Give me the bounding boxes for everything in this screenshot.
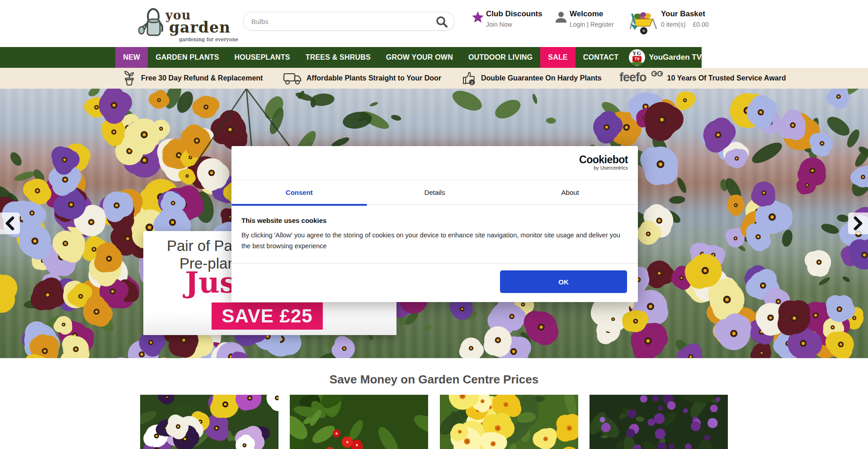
thumbs-up-2-icon: 2 <box>461 71 476 86</box>
welcome-title: Welcome <box>570 9 618 19</box>
benefit-refund-text: Free 30 Day Refund & Replacement <box>141 74 263 82</box>
feefo-eyes-icon <box>651 71 663 76</box>
cookie-heading: This website uses cookies <box>241 217 627 224</box>
nav-spacer <box>0 47 115 68</box>
nav-item-trees-shrubs[interactable]: TREES & SHRUBS <box>298 47 378 68</box>
main-navigation: NEW GARDEN PLANTS HOUSEPLANTS TREES & SH… <box>0 47 702 68</box>
cookie-dialog-header: Cookiebot by Usercentrics <box>231 146 638 180</box>
benefit-feefo: feefo 10 Years Of Trusted Service Award <box>619 68 786 89</box>
product-image-daffodils[interactable] <box>440 395 578 449</box>
benefit-refund: Free 30 Day Refund & Replacement <box>122 68 263 89</box>
promo-save-badge: SAVE £25 <box>212 302 323 330</box>
cookie-description: By clicking 'Allow' you agree to the sto… <box>241 230 628 251</box>
yougarden-tv-label: YouGarden TV <box>649 53 702 62</box>
tv-badge-grass <box>630 62 644 65</box>
benefit-delivery: Affordable Plants Straight to Your Door <box>283 68 441 89</box>
search-bar <box>243 12 455 31</box>
basket-link[interactable]: Your Basket 0 item(s) £0.00 <box>628 9 714 34</box>
cookie-dialog-body: This website uses cookies By clicking 'A… <box>231 205 638 251</box>
basket-count: 0 item(s) <box>661 20 685 29</box>
cookiebot-byline: by Usercentrics <box>579 165 628 171</box>
nav-item-yougarden-tv[interactable]: YG TV YouGarden TV <box>629 47 702 68</box>
ok-button[interactable]: OK <box>500 270 627 293</box>
logo-tagline: gardening for everyone <box>179 37 238 43</box>
yougarden-tv-icon: YG TV <box>629 49 645 66</box>
account-link[interactable]: Welcome Login | Register <box>555 9 618 34</box>
nav-item-grow-your-own[interactable]: GROW YOUR OWN <box>378 47 461 68</box>
cookie-dialog-tabs: Consent Details About <box>231 180 638 205</box>
search-icon[interactable] <box>435 15 448 28</box>
wheelbarrow-icon <box>628 11 658 35</box>
cookiebot-name: Cookiebot <box>579 154 628 165</box>
cookie-consent-dialog: Cookiebot by Usercentrics Consent Detail… <box>231 146 638 302</box>
nav-item-new[interactable]: NEW <box>115 47 148 68</box>
benefit-guarantee-text: Double Guarantee On Hardy Plants <box>481 74 602 82</box>
cookie-dialog-footer: OK <box>231 263 638 302</box>
carousel-next-button[interactable] <box>848 213 868 234</box>
login-register-link[interactable]: Login | Register <box>570 20 618 29</box>
site-logo[interactable]: you garden gardening for everyone <box>138 4 238 44</box>
logo-text-garden: garden <box>169 19 231 36</box>
basket-title: Your Basket <box>661 9 714 19</box>
tv-badge-tv: TV <box>632 56 642 62</box>
benefits-bar: Free 30 Day Refund & Replacement Afforda… <box>0 68 868 89</box>
promo-price-text: Jus <box>185 265 236 299</box>
benefit-guarantee: 2 Double Guarantee On Hardy Plants <box>461 68 602 89</box>
club-discounts-link[interactable]: Club Discounts Join Now <box>472 9 544 34</box>
nav-item-garden-plants[interactable]: GARDEN PLANTS <box>148 47 226 68</box>
tab-details[interactable]: Details <box>367 180 503 204</box>
carousel-prev-button[interactable] <box>0 213 20 234</box>
product-image-salvia[interactable] <box>590 395 728 449</box>
site-header: you garden gardening for everyone Club D… <box>0 0 868 47</box>
plant-pot-icon <box>122 71 137 86</box>
tab-consent[interactable]: Consent <box>231 180 367 204</box>
nav-item-houseplants[interactable]: HOUSEPLANTS <box>227 47 298 68</box>
search-input[interactable] <box>251 12 432 30</box>
promo-title-line1: Pair of Pan <box>167 237 241 255</box>
feefo-logo: feefo <box>619 71 646 85</box>
chevron-left-icon <box>3 216 17 231</box>
basket-total: £0.00 <box>693 20 708 29</box>
yougarden-homepage: you garden gardening for everyone Club D… <box>0 0 868 449</box>
join-now-link[interactable]: Join Now <box>486 20 544 29</box>
svg-text:2: 2 <box>471 80 473 85</box>
nav-item-sale[interactable]: SALE <box>540 47 575 68</box>
section-heading: Save Money on Garden Centre Prices <box>0 373 868 387</box>
nav-item-contact[interactable]: CONTACT <box>576 47 626 68</box>
delivery-truck-icon <box>283 71 302 85</box>
star-icon <box>472 11 484 24</box>
club-discounts-title: Club Discounts <box>486 9 544 19</box>
person-icon <box>555 11 567 24</box>
product-image-holly-berries[interactable] <box>290 395 428 449</box>
benefit-feefo-text: 10 Years Of Trusted Service Award <box>667 74 786 82</box>
nav-item-outdoor-living[interactable]: OUTDOOR LIVING <box>461 47 540 68</box>
product-image-violas[interactable] <box>140 395 278 449</box>
tab-about[interactable]: About <box>502 180 638 204</box>
cookiebot-logo: Cookiebot by Usercentrics <box>579 154 628 171</box>
chevron-right-icon <box>851 216 865 231</box>
watering-can-icon <box>138 5 165 41</box>
benefit-delivery-text: Affordable Plants Straight to Your Door <box>307 74 441 82</box>
